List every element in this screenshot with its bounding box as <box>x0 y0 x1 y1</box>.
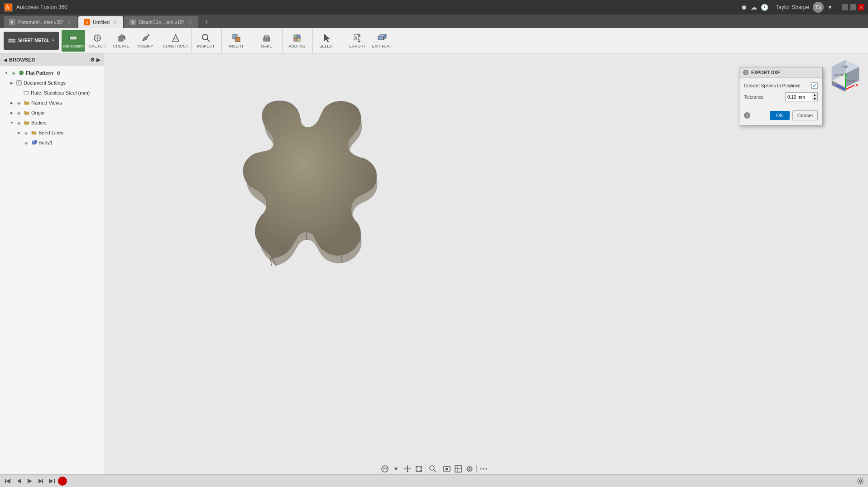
construct-label: CONSTRUCT <box>163 44 189 49</box>
sidebar-collapse-icon[interactable]: ◀ <box>4 57 7 62</box>
zoom-control[interactable]: ▼ <box>391 463 402 474</box>
sidebar-item-bend-lines[interactable]: ▶ ◈ Bend Lines <box>0 128 104 138</box>
export-icon <box>352 33 363 43</box>
sidebar-item-rule[interactable]: ▶ Rule: Stainless Steel (mm) <box>0 88 104 98</box>
origin-arrow: ▶ <box>9 110 14 115</box>
sidebar-item-document-settings[interactable]: ▶ Document Settings <box>0 78 104 88</box>
tolerance-down[interactable]: ▼ <box>812 97 817 101</box>
tab-parametri[interactable]: P Parametri...eter v35* ✕ <box>4 16 77 28</box>
settings-gear-icon[interactable] <box>856 477 864 485</box>
tab-add-button[interactable]: + <box>201 16 213 28</box>
export-ok-button[interactable]: OK <box>770 111 790 120</box>
orbit-control[interactable] <box>379 463 390 474</box>
svg-point-85 <box>485 468 487 470</box>
skip-forward-button[interactable] <box>47 477 56 486</box>
minimize-button[interactable]: — <box>842 4 848 10</box>
insert-label: INSERT <box>229 44 244 49</box>
record-button[interactable] <box>58 477 67 486</box>
cloud-icon[interactable]: ☁ <box>751 4 757 11</box>
bodies-visibility-icon: ◈ <box>16 119 22 126</box>
addins-label: ADD-INS <box>288 44 305 49</box>
construct-section: CONSTRUCT <box>164 28 192 53</box>
create-button[interactable]: CREATE <box>110 30 133 52</box>
clock-icon[interactable]: 🕐 <box>761 4 768 11</box>
playbar <box>0 474 868 487</box>
flat-pattern-button[interactable]: Flat Pattern <box>62 30 85 52</box>
user-settings-icon[interactable]: ▼ <box>827 4 833 10</box>
more-control[interactable] <box>478 463 489 474</box>
create-icon <box>116 33 127 43</box>
select-button[interactable]: SELECT <box>316 30 339 52</box>
named-views-visibility-icon: ◈ <box>16 100 22 106</box>
svg-marker-87 <box>6 479 10 483</box>
tab-untitled[interactable]: U Untitled ✕ <box>78 16 123 28</box>
convert-splines-checkbox[interactable]: ✓ <box>811 82 818 89</box>
user-name: Taylor Sharpe <box>776 4 809 10</box>
viewcube[interactable]: X Z TOP FRONT RIGHT <box>827 58 863 94</box>
sidebar-header-icons: ⚙ ▶ <box>90 57 100 63</box>
flat-pattern-visibility-icon: ◈ <box>10 70 17 76</box>
modify-button[interactable]: MODIFY <box>134 30 157 52</box>
next-button[interactable] <box>36 477 45 486</box>
sidebar-item-flat-pattern[interactable]: ▼ ◈ F Flat Pattern ⚙ <box>0 68 104 78</box>
sidebar-item-origin[interactable]: ▶ ◈ Origin <box>0 108 104 118</box>
user-avatar[interactable]: TS <box>813 2 824 13</box>
tab-close-blinds[interactable]: ✕ <box>187 19 193 25</box>
play-button[interactable] <box>25 477 34 486</box>
bodies-label: Bodies <box>31 120 47 125</box>
visual-style-control[interactable] <box>464 463 475 474</box>
sketch-button[interactable]: SKETCH <box>86 30 109 52</box>
search-control[interactable] <box>427 463 438 474</box>
tolerance-input[interactable]: 0.10 mm <box>785 92 812 101</box>
addins-section: ADD-INS <box>285 28 313 53</box>
flat-pattern-arrow: ▼ <box>4 70 9 76</box>
export-button[interactable]: EXPORT <box>346 30 369 52</box>
svg-rect-76 <box>446 468 448 470</box>
sheet-metal-workspace-button[interactable]: SHEET METAL ▼ <box>4 32 59 50</box>
sidebar: ◀ BROWSER ⚙ ▶ ▼ ◈ F Flat Pattern <box>0 53 104 474</box>
construct-icon <box>170 33 181 43</box>
svg-rect-3 <box>8 39 15 40</box>
display-settings-control[interactable] <box>441 463 452 474</box>
sidebar-expand-icon[interactable]: ▶ <box>96 57 100 63</box>
sidebar-settings-icon[interactable]: ⚙ <box>90 57 95 63</box>
bend-lines-arrow: ▶ <box>16 130 22 135</box>
canvas-viewport[interactable]: X Z TOP FRONT RIGHT ? EXPORT DXF <box>104 53 868 474</box>
sketch-section: Flat Pattern SKETCH CREATE <box>62 28 161 53</box>
tab-close-untitled[interactable]: ✕ <box>112 19 118 25</box>
exit-flat-button[interactable]: EXIT FLAT <box>370 30 393 52</box>
svg-marker-24 <box>324 34 330 42</box>
grid-control[interactable] <box>453 463 464 474</box>
tab-close-parametri[interactable]: ✕ <box>67 19 72 25</box>
sidebar-tree: ▼ ◈ F Flat Pattern ⚙ ▶ <box>0 66 104 149</box>
sidebar-item-bodies[interactable]: ▼ ◈ Bodies <box>0 118 104 128</box>
sidebar-item-named-views[interactable]: ▶ ◈ Named Views <box>0 98 104 108</box>
3d-shape-canvas <box>172 90 466 307</box>
close-button[interactable]: ✕ <box>858 4 864 10</box>
make-button[interactable]: MAKE <box>255 30 278 52</box>
fit-control[interactable] <box>413 463 424 474</box>
svg-line-74 <box>434 470 436 472</box>
record-icon[interactable]: ⏺ <box>741 4 747 11</box>
svg-point-12 <box>148 34 149 36</box>
tolerance-spinner[interactable]: ▲ ▼ <box>812 92 818 101</box>
make-section: MAKE <box>255 28 283 53</box>
svg-marker-65 <box>407 471 408 473</box>
addins-button[interactable]: ADD-INS <box>285 30 309 52</box>
flat-pattern-settings-icon[interactable]: ⚙ <box>57 71 61 76</box>
svg-rect-19 <box>264 36 269 38</box>
tolerance-up[interactable]: ▲ <box>812 93 817 97</box>
skip-back-button[interactable] <box>4 477 13 486</box>
inspect-button[interactable]: INSPECT <box>194 30 218 52</box>
maximize-button[interactable]: □ <box>850 4 856 10</box>
export-cancel-button[interactable]: Cancel <box>792 110 818 120</box>
tab-blinds[interactable]: B BlindsC1o...ject v15* ✕ <box>124 16 198 28</box>
dialog-info-icon[interactable]: i <box>744 112 750 119</box>
prev-button[interactable] <box>14 477 24 486</box>
insert-button[interactable]: INSERT <box>225 30 248 52</box>
sidebar-item-body1[interactable]: ▶ ◈ Body1 <box>0 138 104 148</box>
addins-icon <box>292 33 302 43</box>
svg-rect-77 <box>455 466 461 472</box>
construct-button[interactable]: CONSTRUCT <box>164 30 187 52</box>
pan-control[interactable] <box>402 463 413 474</box>
